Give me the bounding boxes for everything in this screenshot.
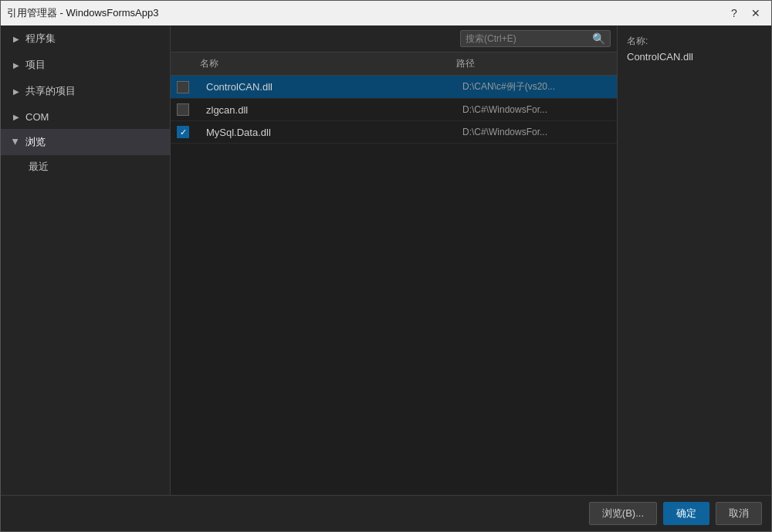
search-icon-button[interactable]: 🔍 (592, 32, 605, 45)
row-checkbox[interactable] (177, 81, 189, 93)
col-check (177, 81, 200, 93)
title-bar: 引用管理器 - WindowsFormsApp3 ? ✕ (1, 1, 771, 25)
table-row[interactable]: ControlCAN.dll D:\CAN\c#例子(vs20... (171, 76, 617, 99)
table-header: 名称 路径 (171, 53, 617, 76)
right-panel-value: ControlCAN.dll (627, 51, 762, 63)
right-panel: 名称: ControlCAN.dll (617, 25, 771, 495)
sidebar-subitem-recent[interactable]: 最近 (1, 155, 170, 178)
sidebar-item-label: 浏览 (25, 135, 46, 149)
arrow-icon: ▶ (10, 32, 22, 45)
col-header-name: 名称 (200, 57, 456, 70)
sidebar-item-shared[interactable]: ▶ 共享的项目 (1, 78, 170, 104)
help-button[interactable]: ? (725, 4, 743, 22)
sidebar-item-com[interactable]: ▶ COM (1, 104, 170, 129)
col-check (177, 126, 200, 138)
sidebar: ▶ 程序集 ▶ 项目 ▶ 共享的项目 ▶ COM ▶ 浏览 最近 (1, 25, 171, 495)
ok-button[interactable]: 确定 (663, 502, 709, 525)
window-title: 引用管理器 - WindowsFormsApp3 (7, 6, 158, 20)
sidebar-item-browse[interactable]: ▶ 浏览 (1, 129, 170, 155)
arrow-icon: ▶ (10, 59, 22, 71)
content-area: ▶ 程序集 ▶ 项目 ▶ 共享的项目 ▶ COM ▶ 浏览 最近 (1, 25, 771, 495)
close-button[interactable]: ✕ (747, 4, 765, 22)
reference-manager-window: 引用管理器 - WindowsFormsApp3 ? ✕ ▶ 程序集 ▶ 项目 … (0, 0, 772, 532)
table-row[interactable]: zlgcan.dll D:\C#\WindowsFor... (171, 99, 617, 121)
arrow-icon: ▶ (10, 136, 22, 148)
col-check (177, 103, 200, 116)
sidebar-item-label: 程序集 (25, 32, 56, 46)
footer: 浏览(B)... 确定 取消 (1, 495, 771, 531)
sidebar-item-label: COM (25, 111, 49, 123)
file-table: 名称 路径 ControlCAN.dll D:\CAN\c#例子(vs20...… (171, 53, 617, 495)
search-box: 🔍 (460, 30, 611, 47)
row-checkbox[interactable] (177, 103, 189, 116)
title-buttons: ? ✕ (725, 4, 765, 22)
row-name: ControlCAN.dll (200, 81, 456, 93)
row-path: D:\CAN\c#例子(vs20... (456, 80, 611, 93)
row-name: MySql.Data.dll (200, 127, 456, 138)
arrow-icon: ▶ (10, 85, 22, 97)
sidebar-item-projects[interactable]: ▶ 项目 (1, 52, 170, 78)
row-path: D:\C#\WindowsFor... (456, 104, 611, 115)
row-name: zlgcan.dll (200, 104, 456, 116)
col-header-path: 路径 (456, 57, 611, 70)
row-checkbox[interactable] (177, 126, 189, 138)
sidebar-item-label: 共享的项目 (25, 84, 76, 98)
table-row[interactable]: MySql.Data.dll D:\C#\WindowsFor... (171, 121, 617, 144)
sidebar-item-assemblies[interactable]: ▶ 程序集 (1, 25, 170, 52)
row-path: D:\C#\WindowsFor... (456, 127, 611, 137)
toolbar: 🔍 (171, 25, 617, 53)
cancel-button[interactable]: 取消 (716, 502, 762, 525)
sidebar-subitem-label: 最近 (29, 160, 49, 174)
search-input[interactable] (466, 33, 589, 44)
browse-button[interactable]: 浏览(B)... (589, 502, 657, 525)
right-panel-label: 名称: (627, 35, 762, 48)
main-area: 🔍 名称 路径 ControlCAN.dll D:\CAN\c#例子(vs20.… (171, 25, 617, 495)
arrow-icon: ▶ (10, 110, 22, 123)
sidebar-item-label: 项目 (25, 58, 46, 72)
